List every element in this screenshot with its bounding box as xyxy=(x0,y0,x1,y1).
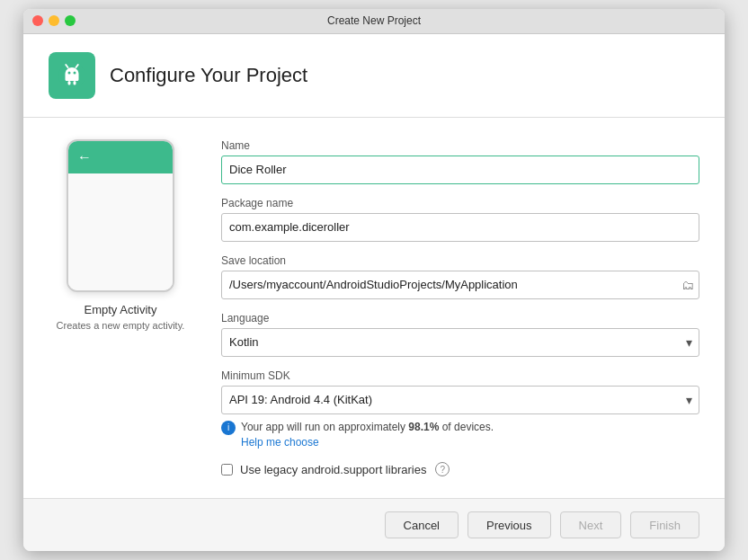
name-group: Name xyxy=(221,139,699,184)
finish-button[interactable]: Finish xyxy=(630,511,699,538)
form-panel: Name Package name Save location 🗂 Langua… xyxy=(221,139,699,477)
svg-rect-3 xyxy=(68,81,71,85)
help-question-icon[interactable]: ? xyxy=(435,462,450,476)
dialog-title: Configure Your Project xyxy=(110,64,307,87)
android-logo xyxy=(49,52,95,99)
activity-description: Creates a new empty activity. xyxy=(57,320,185,331)
svg-rect-4 xyxy=(74,81,76,85)
sdk-info-row: i Your app will run on approximately 98.… xyxy=(221,420,699,450)
save-location-group: Save location 🗂 xyxy=(221,254,699,299)
info-suffix: of devices. xyxy=(439,421,494,433)
previous-button[interactable]: Previous xyxy=(468,511,551,538)
phone-screen xyxy=(68,173,173,292)
next-button[interactable]: Next xyxy=(560,511,622,538)
language-select[interactable]: Kotlin Java xyxy=(221,328,699,357)
titlebar: Create New Project xyxy=(23,9,725,34)
svg-point-1 xyxy=(68,71,71,74)
preview-panel: ← Empty Activity Creates a new empty act… xyxy=(49,139,192,477)
save-location-input-wrapper: 🗂 xyxy=(221,271,699,299)
language-group: Language Kotlin Java xyxy=(221,312,699,357)
name-label: Name xyxy=(221,139,699,152)
save-location-label: Save location xyxy=(221,254,699,267)
window-title: Create New Project xyxy=(327,14,421,27)
close-button[interactable] xyxy=(32,15,43,26)
info-percentage: 98.1% xyxy=(408,421,439,433)
minsdk-select-wrapper: API 19: Android 4.4 (KitKat) API 21: And… xyxy=(221,386,699,414)
browse-folder-icon[interactable]: 🗂 xyxy=(681,278,694,292)
minimize-button[interactable] xyxy=(49,15,59,26)
main-window: Create New Project Configure Your Projec… xyxy=(23,9,725,552)
info-icon: i xyxy=(221,421,236,435)
back-arrow-icon: ← xyxy=(77,149,92,165)
help-choose-link[interactable]: Help me choose xyxy=(241,436,319,449)
name-input[interactable] xyxy=(221,156,699,184)
dialog-header: Configure Your Project xyxy=(23,34,725,118)
info-prefix: Your app will run on approximately xyxy=(241,421,408,433)
legacy-checkbox-label: Use legacy android.support libraries xyxy=(240,463,426,476)
language-label: Language xyxy=(221,312,699,324)
window-controls xyxy=(32,15,76,26)
svg-point-2 xyxy=(74,71,76,74)
phone-mockup: ← xyxy=(67,139,174,292)
language-select-wrapper: Kotlin Java xyxy=(221,328,699,357)
legacy-checkbox-row: Use legacy android.support libraries ? xyxy=(221,462,699,476)
package-label: Package name xyxy=(221,197,699,209)
minsdk-select[interactable]: API 19: Android 4.4 (KitKat) API 21: And… xyxy=(221,386,699,414)
phone-header-bar: ← xyxy=(68,141,173,173)
sdk-info-text: Your app will run on approximately 98.1%… xyxy=(241,420,494,450)
maximize-button[interactable] xyxy=(65,15,76,26)
dialog-content: ← Empty Activity Creates a new empty act… xyxy=(23,118,725,499)
minsdk-label: Minimum SDK xyxy=(221,369,699,382)
activity-label: Empty Activity xyxy=(85,303,157,316)
save-location-input[interactable] xyxy=(221,271,699,299)
minsdk-group: Minimum SDK API 19: Android 4.4 (KitKat)… xyxy=(221,369,699,450)
package-group: Package name xyxy=(221,197,699,242)
dialog-footer: Cancel Previous Next Finish xyxy=(23,498,725,551)
package-input[interactable] xyxy=(221,213,699,242)
cancel-button[interactable]: Cancel xyxy=(385,511,459,538)
legacy-checkbox[interactable] xyxy=(221,464,233,476)
